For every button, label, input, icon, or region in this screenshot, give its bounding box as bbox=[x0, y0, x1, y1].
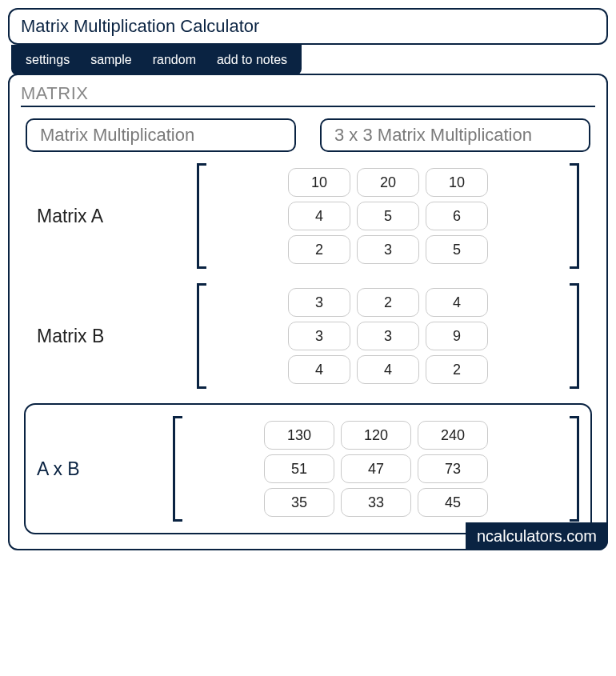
result-cell: 130 bbox=[264, 421, 334, 450]
tab-bar: settings sample random add to notes bbox=[11, 45, 302, 75]
bracket-right-icon bbox=[570, 163, 579, 269]
result-cell: 73 bbox=[418, 454, 488, 483]
matrix-a-cell[interactable]: 10 bbox=[426, 168, 488, 197]
result-label: A x B bbox=[37, 458, 173, 480]
matrix-b-cell[interactable]: 4 bbox=[426, 288, 488, 317]
tab-random[interactable]: random bbox=[153, 53, 196, 67]
matrix-b-cell[interactable]: 2 bbox=[357, 288, 419, 317]
mode-generic-button[interactable]: Matrix Multiplication bbox=[26, 118, 296, 152]
matrix-a-cell[interactable]: 4 bbox=[288, 202, 350, 230]
result-cell: 45 bbox=[418, 488, 488, 517]
result-cell: 120 bbox=[341, 421, 411, 450]
matrix-b-cell[interactable]: 9 bbox=[426, 322, 488, 350]
result-cell: 33 bbox=[341, 488, 411, 517]
result-cell: 47 bbox=[341, 454, 411, 483]
matrix-b-cell[interactable]: 3 bbox=[288, 322, 350, 350]
matrix-b-cell[interactable]: 3 bbox=[357, 322, 419, 350]
mode-row: Matrix Multiplication 3 x 3 Matrix Multi… bbox=[26, 118, 590, 152]
matrix-a-cell[interactable]: 10 bbox=[288, 168, 350, 197]
matrix-b-label: Matrix B bbox=[37, 326, 197, 347]
matrix-a-cell[interactable]: 6 bbox=[426, 202, 488, 230]
matrix-a-cell[interactable]: 5 bbox=[357, 202, 419, 230]
matrix-a-label: Matrix A bbox=[37, 206, 197, 227]
result-cell: 35 bbox=[264, 488, 334, 517]
matrix-result: 130 120 240 51 47 73 35 33 45 bbox=[173, 416, 579, 522]
matrix-b-cell[interactable]: 2 bbox=[426, 355, 488, 384]
mode-3x3-button[interactable]: 3 x 3 Matrix Multiplication bbox=[320, 118, 590, 152]
matrix-a-cell[interactable]: 2 bbox=[288, 235, 350, 264]
matrix-b-cell[interactable]: 4 bbox=[288, 355, 350, 384]
page-title: Matrix Multiplication Calculator bbox=[8, 8, 608, 45]
matrix-a-row: Matrix A 10 20 10 4 5 6 2 3 5 bbox=[37, 163, 579, 269]
matrix-b-cell[interactable]: 4 bbox=[357, 355, 419, 384]
bracket-left-icon bbox=[197, 163, 206, 269]
matrix-a-cell[interactable]: 20 bbox=[357, 168, 419, 197]
result-cell: 240 bbox=[418, 421, 488, 450]
tab-settings[interactable]: settings bbox=[26, 53, 70, 67]
matrix-b: 3 2 4 3 3 9 4 4 2 bbox=[197, 283, 579, 389]
bracket-left-icon bbox=[173, 416, 182, 522]
matrix-b-row: Matrix B 3 2 4 3 3 9 4 4 2 bbox=[37, 283, 579, 389]
matrix-a-cell[interactable]: 5 bbox=[426, 235, 488, 264]
tab-sample[interactable]: sample bbox=[90, 53, 132, 67]
main-panel: MATRIX Matrix Multiplication 3 x 3 Matri… bbox=[8, 74, 608, 550]
matrix-b-cell[interactable]: 3 bbox=[288, 288, 350, 317]
result-cell: 51 bbox=[264, 454, 334, 483]
brand-badge[interactable]: ncalculators.com bbox=[466, 522, 608, 550]
bracket-right-icon bbox=[570, 416, 579, 522]
bracket-right-icon bbox=[570, 283, 579, 389]
matrix-a: 10 20 10 4 5 6 2 3 5 bbox=[197, 163, 579, 269]
tab-add-to-notes[interactable]: add to notes bbox=[217, 53, 287, 67]
matrix-a-cell[interactable]: 3 bbox=[357, 235, 419, 264]
result-box: A x B 130 120 240 51 47 73 35 33 45 bbox=[24, 403, 592, 534]
bracket-left-icon bbox=[197, 283, 206, 389]
section-header: MATRIX bbox=[21, 83, 595, 107]
